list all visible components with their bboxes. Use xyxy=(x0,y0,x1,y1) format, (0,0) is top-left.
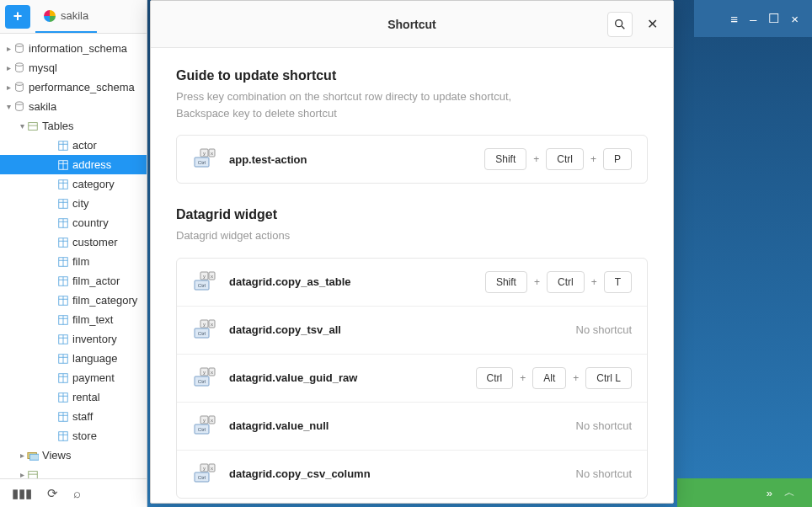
shortcut-row[interactable]: yxCtrl app.test-action Shift+Ctrl+P xyxy=(177,136,647,183)
database-icon xyxy=(13,101,25,113)
table-icon xyxy=(57,275,69,287)
tables-folder[interactable]: ▾Tables xyxy=(0,116,147,136)
modal-title: Shortcut xyxy=(387,18,436,31)
db-item[interactable]: ▾sakila xyxy=(0,97,147,116)
more-folder[interactable]: ▸ xyxy=(0,465,147,478)
modal-close-button[interactable]: ✕ xyxy=(639,12,665,37)
key-badge: P xyxy=(603,148,632,170)
shortcut-row[interactable]: yxCtrldatagrid.value_nullNo shortcut xyxy=(177,402,647,450)
tab-bar: + sakila xyxy=(0,0,147,34)
database-icon xyxy=(13,43,25,55)
key-separator: + xyxy=(573,372,579,384)
table-icon xyxy=(57,179,69,190)
shortcut-keys: Shift+Ctrl+T xyxy=(485,271,632,293)
svg-text:x: x xyxy=(211,151,213,156)
db-item[interactable]: ▸mysql xyxy=(0,58,147,77)
shortcut-row[interactable]: yxCtrldatagrid.copy_csv_columnNo shortcu… xyxy=(177,450,647,498)
svg-text:Ctrl: Ctrl xyxy=(198,379,206,384)
table-item[interactable]: country xyxy=(0,213,147,232)
table-item[interactable]: address xyxy=(0,155,147,174)
table-item[interactable]: inventory xyxy=(0,329,147,349)
shortcut-keys: Shift+Ctrl+P xyxy=(484,148,632,170)
svg-text:y: y xyxy=(203,151,206,156)
no-shortcut-label: No shortcut xyxy=(576,323,632,336)
svg-text:x: x xyxy=(211,322,213,327)
table-item[interactable]: actor xyxy=(0,136,147,155)
signal-icon[interactable]: ▮▮▮ xyxy=(12,486,32,501)
key-badge: Ctrl L xyxy=(585,367,632,389)
svg-rect-55 xyxy=(30,454,40,460)
new-tab-button[interactable]: + xyxy=(5,5,30,29)
modal-search-button[interactable] xyxy=(607,12,633,37)
table-icon xyxy=(57,372,69,384)
svg-point-2 xyxy=(16,82,24,85)
key-separator: + xyxy=(591,276,597,288)
database-icon xyxy=(13,62,25,74)
svg-text:y: y xyxy=(203,322,206,327)
table-item[interactable]: payment xyxy=(0,368,147,387)
table-item[interactable]: category xyxy=(0,174,147,194)
shortcut-name: datagrid.copy_csv_column xyxy=(229,467,576,480)
status-up-icon[interactable]: ︿ xyxy=(784,485,795,500)
svg-text:x: x xyxy=(211,274,213,279)
svg-text:Ctrl: Ctrl xyxy=(198,427,206,432)
table-item[interactable]: rental xyxy=(0,387,147,407)
database-icon xyxy=(13,82,25,93)
no-shortcut-label: No shortcut xyxy=(576,419,632,432)
keyboard-icon: yxCtrl xyxy=(192,318,216,342)
table-item[interactable]: customer xyxy=(0,232,147,252)
views-icon xyxy=(27,450,39,462)
close-window-button[interactable]: × xyxy=(791,12,799,26)
table-icon xyxy=(57,217,69,229)
shortcut-row[interactable]: yxCtrldatagrid.copy_tsv_allNo shortcut xyxy=(177,306,647,354)
key-badge: Alt xyxy=(532,367,566,389)
search-icon[interactable]: ⌕ xyxy=(73,486,81,500)
keyboard-icon: yxCtrl xyxy=(192,366,216,390)
table-item[interactable]: store xyxy=(0,426,147,446)
db-item[interactable]: ▸information_schema xyxy=(0,39,147,58)
search-icon xyxy=(613,18,627,31)
refresh-icon[interactable]: ⟳ xyxy=(47,486,58,501)
table-item[interactable]: film xyxy=(0,252,147,271)
svg-text:x: x xyxy=(211,466,213,471)
shortcut-row[interactable]: yxCtrldatagrid.value_guid_rawCtrl+Alt+Ct… xyxy=(177,354,647,402)
status-forward-icon[interactable]: » xyxy=(767,487,772,499)
key-badge: Ctrl xyxy=(476,367,514,389)
table-icon xyxy=(57,159,69,171)
table-item[interactable]: language xyxy=(0,349,147,368)
svg-line-59 xyxy=(622,26,624,29)
modal-header: Shortcut ✕ xyxy=(151,1,673,48)
views-folder[interactable]: ▸Views xyxy=(0,446,147,465)
db-item[interactable]: ▸performance_schema xyxy=(0,77,147,97)
svg-text:y: y xyxy=(203,274,206,279)
table-icon xyxy=(57,140,69,152)
folder-icon xyxy=(27,469,39,479)
table-item[interactable]: city xyxy=(0,194,147,213)
connection-icon xyxy=(44,10,56,22)
table-item[interactable]: film_text xyxy=(0,310,147,329)
table-icon xyxy=(57,295,69,307)
svg-point-1 xyxy=(16,62,24,66)
datagrid-heading: Datagrid widget xyxy=(176,207,648,222)
database-tree[interactable]: ▸information_schema▸mysql▸performance_sc… xyxy=(0,34,147,478)
svg-text:Ctrl: Ctrl xyxy=(198,331,206,336)
svg-point-3 xyxy=(16,101,24,104)
table-item[interactable]: film_actor xyxy=(0,271,147,291)
shortcut-keys: Ctrl+Alt+Ctrl L xyxy=(476,367,632,389)
key-badge: Shift xyxy=(485,271,527,293)
svg-rect-4 xyxy=(29,122,38,130)
maximize-button[interactable]: ☐ xyxy=(768,11,779,26)
shortcut-name: datagrid.copy_as_table xyxy=(229,275,485,288)
connection-tab[interactable]: sakila xyxy=(35,0,97,33)
shortcut-name: datagrid.value_null xyxy=(229,419,576,432)
table-item[interactable]: film_category xyxy=(0,291,147,310)
tab-label: sakila xyxy=(61,9,88,22)
minimize-button[interactable]: – xyxy=(750,12,756,26)
menu-icon[interactable]: ≡ xyxy=(730,12,738,26)
svg-text:x: x xyxy=(211,418,213,423)
key-badge: T xyxy=(604,271,632,293)
shortcut-row[interactable]: yxCtrldatagrid.copy_as_tableShift+Ctrl+T xyxy=(177,259,647,306)
table-item[interactable]: staff xyxy=(0,407,147,426)
datagrid-sub: Datagrid widget actions xyxy=(176,227,648,244)
datagrid-shortcuts-card: yxCtrldatagrid.copy_as_tableShift+Ctrl+T… xyxy=(176,258,648,499)
